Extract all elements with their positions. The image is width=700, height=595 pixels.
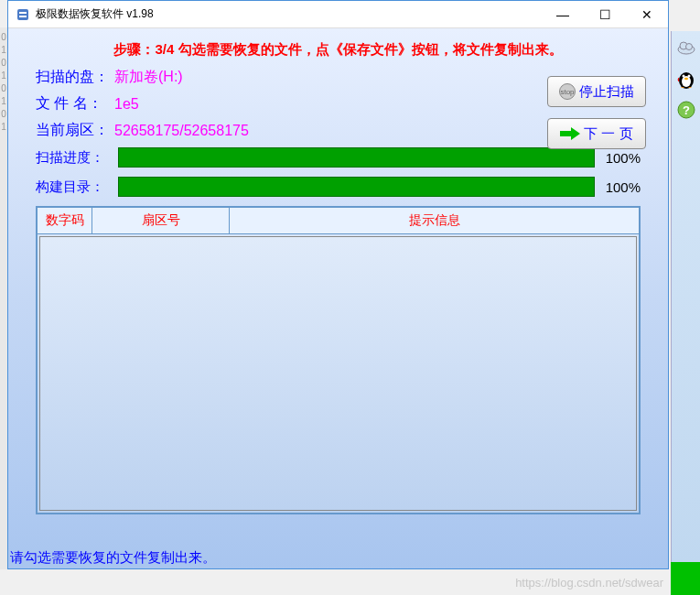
stop-scan-label: 停止扫描 — [579, 83, 634, 101]
scan-progress-pct: 100% — [595, 150, 641, 166]
scan-progress-bar — [118, 147, 595, 168]
watermark: https://blog.csdn.net/sdwear — [515, 576, 663, 590]
stop-scan-button[interactable]: stop 停止扫描 — [547, 76, 646, 107]
svg-rect-1 — [19, 12, 27, 14]
right-toolbar: ? — [671, 31, 700, 562]
bottom-right-accent — [671, 562, 700, 595]
next-page-button[interactable]: 下 一 页 — [547, 118, 646, 149]
sector-label: 当前扇区： — [36, 121, 114, 140]
table-body[interactable] — [39, 236, 637, 511]
col-digitcode[interactable]: 数字码 — [38, 208, 92, 233]
result-table: 数字码 扇区号 提示信息 — [36, 206, 641, 514]
sector-value: 52658175/52658175 — [114, 123, 249, 139]
close-button[interactable]: ✕ — [626, 1, 668, 28]
svg-rect-0 — [17, 9, 28, 20]
build-progress-pct: 100% — [595, 179, 641, 195]
filename-label: 文 件 名： — [36, 94, 114, 114]
titlebar: 极限数据恢复软件 v1.98 — ☐ ✕ — [8, 1, 668, 28]
col-message[interactable]: 提示信息 — [230, 208, 639, 233]
build-progress-label: 构建目录： — [36, 178, 118, 196]
disk-label: 扫描的盘： — [36, 68, 114, 87]
build-progress-bar — [118, 177, 595, 197]
app-window: 极限数据恢复软件 v1.98 — ☐ ✕ 步骤：3/4 勾选需要恢复的文件，点《… — [7, 0, 669, 569]
maximize-button[interactable]: ☐ — [584, 1, 626, 28]
client-area: 步骤：3/4 勾选需要恢复的文件，点《保存文件》按钮，将文件复制出来。 stop… — [8, 28, 668, 568]
svg-text:?: ? — [683, 103, 690, 117]
window-title: 极限数据恢复软件 v1.98 — [36, 6, 542, 22]
svg-point-9 — [687, 75, 690, 78]
disk-value: 新加卷(H:) — [114, 68, 183, 87]
svg-rect-2 — [19, 16, 27, 17]
footer-message: 请勾选需要恢复的文件复制出来。 — [10, 549, 216, 567]
filename-value: 1e5 — [114, 96, 139, 113]
cloud-icon[interactable] — [675, 37, 697, 59]
step-banner: 步骤：3/4 勾选需要恢复的文件，点《保存文件》按钮，将文件复制出来。 — [8, 28, 668, 68]
col-sector[interactable]: 扇区号 — [92, 208, 230, 233]
scan-progress-label: 扫描进度： — [36, 149, 118, 167]
arrow-right-icon — [560, 127, 580, 140]
svg-point-10 — [684, 78, 688, 80]
qq-penguin-icon[interactable] — [675, 68, 697, 90]
svg-point-8 — [682, 75, 684, 78]
stop-icon: stop — [559, 83, 576, 100]
minimize-button[interactable]: — — [542, 1, 584, 28]
app-icon — [16, 7, 30, 22]
next-page-label: 下 一 页 — [584, 125, 632, 143]
svg-point-5 — [685, 44, 692, 50]
help-icon[interactable]: ? — [675, 99, 697, 121]
